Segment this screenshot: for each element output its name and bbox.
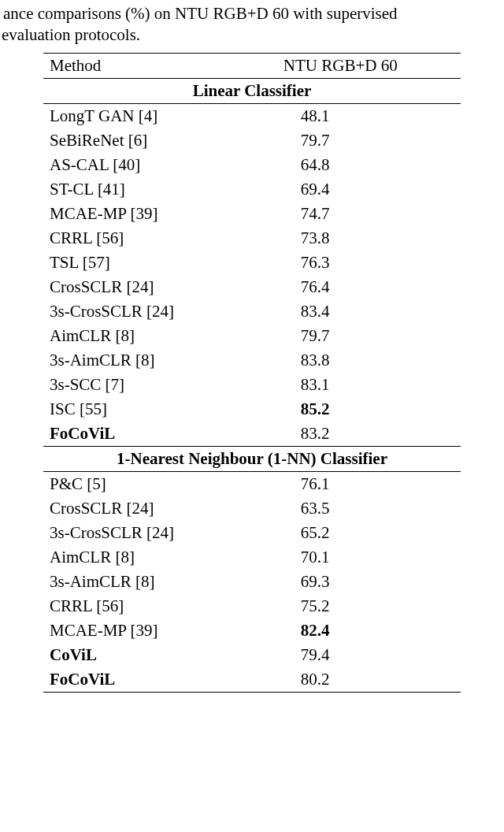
method-cell: MCAE-MP [39] xyxy=(43,202,277,226)
method-cell: ISC [55] xyxy=(43,397,277,422)
caption-line-2: evaluation protocols. xyxy=(0,24,504,46)
table-row: 3s-CrosSCLR [24]65.2 xyxy=(43,521,461,545)
value-cell: 73.8 xyxy=(277,226,461,251)
value-cell: 63.5 xyxy=(277,496,461,521)
value-cell: 76.3 xyxy=(277,251,461,275)
method-cell: CrosSCLR [24] xyxy=(43,275,277,299)
method-cell: CRRL [56] xyxy=(43,594,277,618)
value-cell: 83.8 xyxy=(277,348,461,373)
value-cell: 85.2 xyxy=(277,397,461,422)
table-row: AimCLR [8]70.1 xyxy=(43,545,461,570)
table-row: AimCLR [8]79.7 xyxy=(43,324,461,348)
table-row: 3s-AimCLR [8]83.8 xyxy=(43,348,461,373)
method-cell: AS-CAL [40] xyxy=(43,153,277,177)
caption-line-1: ance comparisons (%) on NTU RGB+D 60 wit… xyxy=(0,3,504,24)
section-nn-label: 1-Nearest Neighbour (1-NN) Classifier xyxy=(43,446,461,471)
results-table: Method NTU RGB+D 60 Linear Classifier Lo… xyxy=(43,53,461,693)
table-row: LongT GAN [4]48.1 xyxy=(43,103,461,128)
table-row: CRRL [56]75.2 xyxy=(43,594,461,618)
method-cell: FoCoViL xyxy=(43,667,277,693)
table-row: 3s-SCC [7]83.1 xyxy=(43,373,461,397)
value-cell: 65.2 xyxy=(277,521,461,545)
method-cell: LongT GAN [4] xyxy=(43,103,277,128)
value-cell: 83.4 xyxy=(277,299,461,324)
value-cell: 79.7 xyxy=(277,324,461,348)
method-cell: 3s-AimCLR [8] xyxy=(43,570,277,594)
value-cell: 83.1 xyxy=(277,373,461,397)
table-row: P&C [5]76.1 xyxy=(43,471,461,496)
table-row: ISC [55]85.2 xyxy=(43,397,461,422)
value-cell: 79.7 xyxy=(277,128,461,153)
table-header-row: Method NTU RGB+D 60 xyxy=(43,53,461,78)
value-cell: 70.1 xyxy=(277,545,461,570)
table-row: MCAE-MP [39]82.4 xyxy=(43,618,461,643)
value-cell: 80.2 xyxy=(277,667,461,693)
table-row: SeBiReNet [6]79.7 xyxy=(43,128,461,153)
table-row: 3s-CrosSCLR [24]83.4 xyxy=(43,299,461,324)
value-cell: 79.4 xyxy=(277,643,461,667)
method-cell: CoViL xyxy=(43,643,277,667)
section-linear-label: Linear Classifier xyxy=(43,78,461,103)
value-cell: 76.4 xyxy=(277,275,461,299)
value-cell: 76.1 xyxy=(277,471,461,496)
method-cell: FoCoViL xyxy=(43,422,277,447)
method-cell: TSL [57] xyxy=(43,251,277,275)
value-cell: 64.8 xyxy=(277,153,461,177)
method-cell: ST-CL [41] xyxy=(43,177,277,202)
method-cell: MCAE-MP [39] xyxy=(43,618,277,643)
method-cell: 3s-SCC [7] xyxy=(43,373,277,397)
table-row: TSL [57]76.3 xyxy=(43,251,461,275)
table-row: FoCoViL83.2 xyxy=(43,422,461,447)
value-cell: 83.2 xyxy=(277,422,461,447)
section-nn: 1-Nearest Neighbour (1-NN) Classifier xyxy=(43,446,461,471)
table-row: FoCoViL80.2 xyxy=(43,667,461,693)
table-row: CRRL [56]73.8 xyxy=(43,226,461,251)
header-method: Method xyxy=(43,53,277,78)
method-cell: SeBiReNet [6] xyxy=(43,128,277,153)
table-row: MCAE-MP [39]74.7 xyxy=(43,202,461,226)
table-row: 3s-AimCLR [8]69.3 xyxy=(43,570,461,594)
method-cell: CrosSCLR [24] xyxy=(43,496,277,521)
method-cell: P&C [5] xyxy=(43,471,277,496)
method-cell: AimCLR [8] xyxy=(43,545,277,570)
value-cell: 69.4 xyxy=(277,177,461,202)
value-cell: 74.7 xyxy=(277,202,461,226)
header-value: NTU RGB+D 60 xyxy=(277,53,461,78)
table-row: CrosSCLR [24]63.5 xyxy=(43,496,461,521)
method-cell: 3s-CrosSCLR [24] xyxy=(43,299,277,324)
table-row: AS-CAL [40]64.8 xyxy=(43,153,461,177)
table-row: CoViL79.4 xyxy=(43,643,461,667)
method-cell: 3s-CrosSCLR [24] xyxy=(43,521,277,545)
section-linear: Linear Classifier xyxy=(43,78,461,103)
value-cell: 69.3 xyxy=(277,570,461,594)
table-row: CrosSCLR [24]76.4 xyxy=(43,275,461,299)
value-cell: 48.1 xyxy=(277,103,461,128)
value-cell: 82.4 xyxy=(277,618,461,643)
value-cell: 75.2 xyxy=(277,594,461,618)
method-cell: CRRL [56] xyxy=(43,226,277,251)
table-row: ST-CL [41]69.4 xyxy=(43,177,461,202)
method-cell: 3s-AimCLR [8] xyxy=(43,348,277,373)
method-cell: AimCLR [8] xyxy=(43,324,277,348)
